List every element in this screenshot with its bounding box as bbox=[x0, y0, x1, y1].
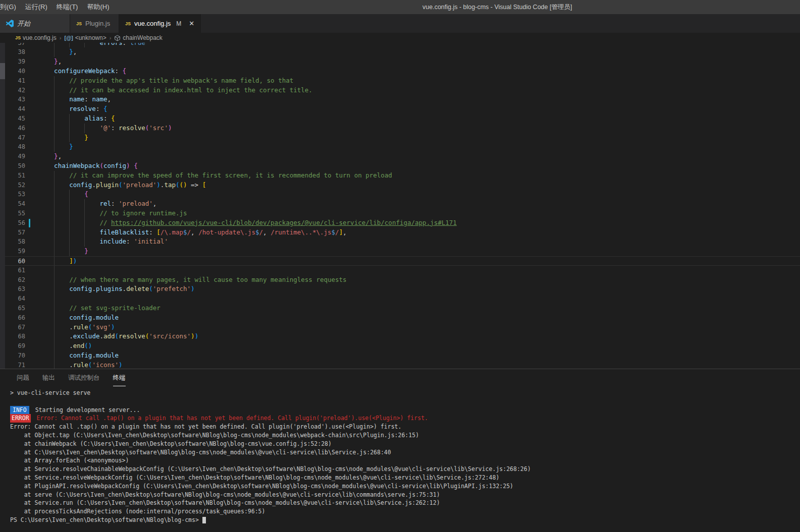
code-line[interactable]: 37 errors: true bbox=[0, 43, 800, 47]
indent-guide bbox=[84, 124, 85, 133]
code-text: // it can be accessed in index.html to i… bbox=[25, 86, 312, 95]
indent-guide bbox=[54, 86, 55, 95]
line-number: 52 bbox=[5, 181, 25, 190]
menu-item-转到(G)[interactable]: 转到(G) bbox=[0, 0, 21, 14]
terminal-line: Error: Cannot call .tap() on a plugin th… bbox=[10, 423, 800, 431]
code-line[interactable]: 66 config.module bbox=[0, 313, 800, 323]
code-line[interactable]: 53 { bbox=[0, 190, 800, 199]
code-line[interactable]: 42 // it can be accessed in index.html t… bbox=[0, 86, 800, 95]
panel-tab-问题[interactable]: 问题 bbox=[17, 374, 29, 386]
breadcrumb-item-1[interactable]: JSvue.config.js bbox=[15, 34, 57, 41]
line-number: 64 bbox=[5, 294, 25, 304]
indent-guide bbox=[54, 124, 55, 133]
panel-tab-调试控制台[interactable]: 调试控制台 bbox=[68, 374, 100, 386]
indent-guide bbox=[54, 114, 55, 124]
menu-item-帮助(H)[interactable]: 帮助(H) bbox=[82, 0, 114, 14]
js-file-icon: JS bbox=[125, 21, 131, 26]
indent-guide bbox=[69, 218, 70, 228]
breadcrumb-item-3[interactable]: chainWebpack bbox=[114, 34, 163, 41]
terminal-line: ERROR Error: Cannot call .tap() on a plu… bbox=[10, 414, 800, 423]
code-line[interactable]: 38 }, bbox=[0, 47, 800, 57]
editor-tab-bar: 开始JSPlugin.jsJSvue.config.jsM✕ bbox=[0, 14, 800, 33]
line-number: 60 bbox=[5, 257, 25, 265]
line-number: 62 bbox=[5, 275, 25, 285]
code-line[interactable]: 58 include: 'initial' bbox=[0, 237, 800, 247]
code-line[interactable]: 60 ]) bbox=[0, 256, 800, 266]
code-line[interactable]: 52 config.plugin('preload').tap(() => [ bbox=[0, 181, 800, 190]
code-line[interactable]: 50 chainWebpack(config) { bbox=[0, 161, 800, 171]
indent-guide bbox=[54, 133, 55, 143]
terminal-line: at chainWebpack (C:\Users\Iven_chen\Desk… bbox=[10, 440, 800, 448]
indent-guide bbox=[54, 237, 55, 247]
indent-guide bbox=[69, 199, 70, 209]
indent-guide bbox=[54, 47, 55, 57]
terminal[interactable]: > vue-cli-service serveINFO Starting dev… bbox=[0, 386, 800, 524]
code-text: configureWebpack: { bbox=[25, 67, 126, 76]
indent-guide bbox=[69, 133, 70, 143]
code-line[interactable]: 69 .end() bbox=[0, 341, 800, 351]
code-line[interactable]: 67 .rule('svg') bbox=[0, 323, 800, 332]
code-text: errors: true bbox=[25, 43, 145, 47]
code-text: resolve: { bbox=[25, 104, 108, 114]
git-modified-marker bbox=[29, 219, 30, 227]
code-line[interactable]: 41 // provide the app's title in webpack… bbox=[0, 76, 800, 86]
code-line[interactable]: 65 // set svg-sprite-loader bbox=[0, 304, 800, 313]
code-line[interactable]: 54 rel: 'preload', bbox=[0, 199, 800, 209]
code-line[interactable]: 61 bbox=[0, 266, 800, 275]
menu-item-运行(R)[interactable]: 运行(R) bbox=[21, 0, 52, 14]
code-line[interactable]: 68 .exclude.add(resolve('src/icons')) bbox=[0, 332, 800, 341]
terminal-line: at Service.resolveChainableWebpackConfig… bbox=[10, 465, 800, 474]
line-number: 53 bbox=[5, 190, 25, 199]
indent-guide bbox=[54, 209, 55, 218]
code-line[interactable]: 62 // when there are many pages, it will… bbox=[0, 275, 800, 285]
breadcrumb-label: <unknown> bbox=[75, 34, 106, 41]
code-text bbox=[25, 266, 39, 275]
menu-item-终端(T)[interactable]: 终端(T) bbox=[52, 0, 83, 14]
terminal-line bbox=[10, 397, 800, 406]
close-icon[interactable]: ✕ bbox=[189, 20, 194, 27]
indent-guide bbox=[54, 76, 55, 86]
code-line[interactable]: 59 } bbox=[0, 247, 800, 256]
indent-guide bbox=[54, 351, 55, 361]
indent-guide bbox=[69, 124, 70, 133]
code-line[interactable]: 45 alias: { bbox=[0, 114, 800, 124]
code-line[interactable]: 70 config.module bbox=[0, 351, 800, 361]
code-line[interactable]: 57 fileBlacklist: [/\.map$/, /hot-update… bbox=[0, 228, 800, 238]
code-line[interactable]: 43 name: name, bbox=[0, 95, 800, 104]
code-line[interactable]: 39 }, bbox=[0, 57, 800, 67]
code-text: config.module bbox=[25, 313, 119, 323]
code-line[interactable]: 46 '@': resolve('src') bbox=[0, 124, 800, 133]
code-text: { bbox=[25, 190, 88, 199]
title-bar: 转到(G)运行(R)终端(T)帮助(H) vue.config.js - blo… bbox=[0, 0, 800, 14]
code-line[interactable]: 48 } bbox=[0, 142, 800, 152]
terminal-line: INFO Starting development server... bbox=[10, 406, 800, 415]
code-line[interactable]: 63 config.plugins.delete('prefetch') bbox=[0, 284, 800, 294]
code-text: rel: 'preload', bbox=[25, 199, 156, 209]
tab-开始[interactable]: 开始 bbox=[0, 14, 70, 33]
line-number: 49 bbox=[5, 152, 25, 161]
panel-tab-终端[interactable]: 终端 bbox=[113, 374, 126, 386]
code-editor[interactable]: 37 errors: true38 },39 },40 configureWeb… bbox=[0, 43, 800, 369]
code-text: .exclude.add(resolve('src/icons')) bbox=[25, 332, 198, 341]
code-line[interactable]: 47 } bbox=[0, 133, 800, 143]
code-line[interactable]: 40 configureWebpack: { bbox=[0, 67, 800, 76]
indent-guide bbox=[54, 341, 55, 351]
code-line[interactable]: 71 .rule('icons') bbox=[0, 361, 800, 369]
code-line[interactable]: 55 // to ignore runtime.js bbox=[0, 209, 800, 218]
terminal-line: at C:\Users\Iven_chen\Desktop\software\N… bbox=[10, 448, 800, 457]
code-line[interactable]: 56 // https://github.com/vuejs/vue-cli/b… bbox=[0, 218, 800, 228]
code-line[interactable]: 49 }, bbox=[0, 152, 800, 161]
panel-tab-输出[interactable]: 输出 bbox=[42, 374, 55, 386]
tab-Plugin.js[interactable]: JSPlugin.js bbox=[70, 14, 119, 33]
code-line[interactable]: 44 resolve: { bbox=[0, 104, 800, 114]
code-text: .rule('icons') bbox=[25, 361, 123, 369]
tab-vue.config.js[interactable]: JSvue.config.jsM✕ bbox=[119, 14, 201, 33]
code-line[interactable]: 64 bbox=[0, 294, 800, 304]
line-number: 42 bbox=[5, 86, 25, 95]
indent-guide bbox=[54, 304, 55, 313]
code-text: // provide the app's title in webpack's … bbox=[25, 76, 293, 86]
indent-guide bbox=[54, 218, 55, 228]
code-line[interactable]: 51 // it can improve the speed of the fi… bbox=[0, 171, 800, 181]
breadcrumb-item-2[interactable]: [@]<unknown> bbox=[64, 34, 106, 41]
code-text: // https://github.com/vuejs/vue-cli/blob… bbox=[25, 218, 457, 228]
